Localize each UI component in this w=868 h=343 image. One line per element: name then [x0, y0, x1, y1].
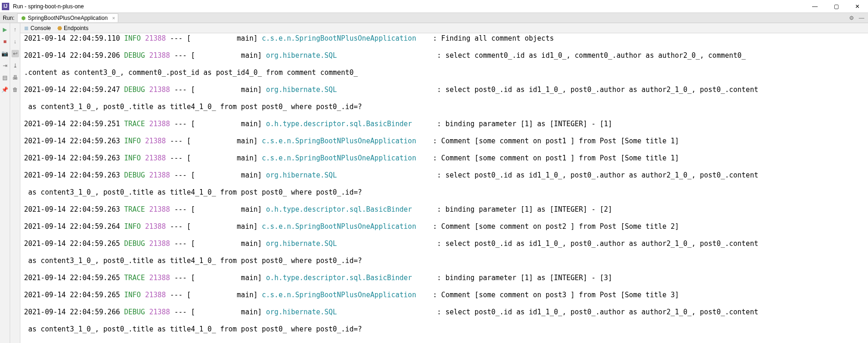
log-line: as content3_1_0_, post0_.title as title4…: [24, 188, 864, 197]
log-line: 2021-09-14 22:04:59.110 INFO 21388 --- […: [24, 34, 864, 43]
clear-icon[interactable]: 🗑: [12, 86, 19, 93]
spring-boot-icon: ⬢: [21, 15, 26, 21]
hide-toolwindow-icon[interactable]: —: [858, 14, 865, 22]
tab-endpoints[interactable]: ⬣ Endpoints: [57, 25, 88, 31]
soft-wrap-icon[interactable]: ↩: [12, 50, 19, 57]
log-line: 2021-09-14 22:04:59.266 DEBUG 21388 --- …: [24, 308, 864, 317]
log-line: 2021-09-14 22:04:59.247 DEBUG 21388 --- …: [24, 86, 864, 94]
camera-icon[interactable]: 📷: [1, 50, 9, 57]
log-line: as content3_1_0_, post0_.title as title4…: [24, 257, 864, 265]
log-line: 2021-09-14 22:04:59.206 DEBUG 21388 --- …: [24, 51, 864, 60]
maximize-button[interactable]: ▢: [826, 0, 847, 13]
log-line: 2021-09-14 22:04:59.264 INFO 21388 --- […: [24, 222, 864, 231]
exit-icon[interactable]: ⇥: [1, 62, 9, 69]
window-title: Run - spring-boot-n-plus-one: [13, 3, 84, 10]
run-actions-gutter: ▶ ■ 📷 ⇥ ▤ 📌: [0, 23, 10, 343]
close-button[interactable]: ✕: [847, 0, 868, 13]
log-line: 2021-09-14 22:04:59.263 INFO 21388 --- […: [24, 154, 864, 163]
console-subtabs: ≣ Console ⬣ Endpoints: [20, 23, 868, 33]
console-tab-icon: ≣: [24, 25, 29, 31]
log-line: as content3_1_0_, post0_.title as title4…: [24, 103, 864, 111]
run-toolwindow-header: Run: ⬢ SpringBootNPlusOneApplication × ⚙…: [0, 13, 868, 23]
run-config-tab-label: SpringBootNPlusOneApplication: [28, 15, 108, 21]
log-line: 2021-09-14 22:04:59.265 TRACE 21388 --- …: [24, 274, 864, 282]
pin-icon[interactable]: 📌: [1, 86, 9, 93]
arrow-down-icon[interactable]: ↓: [12, 38, 19, 45]
scroll-to-end-icon[interactable]: ⤓: [12, 62, 19, 69]
log-line: as content3_1_0_, post0_.title as title4…: [24, 325, 864, 334]
arrow-up-icon[interactable]: ↑: [12, 26, 19, 33]
log-line: 2021-09-14 22:04:59.265 DEBUG 21388 --- …: [24, 239, 864, 248]
tab-console-label: Console: [30, 25, 51, 31]
run-config-tab[interactable]: ⬢ SpringBootNPlusOneApplication ×: [17, 13, 118, 22]
tab-endpoints-label: Endpoints: [64, 25, 88, 31]
close-icon[interactable]: ×: [112, 15, 115, 21]
log-line: 2021-09-14 22:04:59.265 INFO 21388 --- […: [24, 291, 864, 300]
rerun-icon[interactable]: ▶: [1, 26, 9, 33]
log-line: 2021-09-14 22:04:59.251 TRACE 21388 --- …: [24, 120, 864, 129]
layout-icon[interactable]: ▤: [1, 74, 9, 81]
intellij-icon: IJ: [2, 3, 9, 10]
log-line: .content as content3_0_, comment0_.post_…: [24, 68, 864, 77]
endpoints-tab-icon: ⬣: [57, 25, 62, 31]
gear-icon[interactable]: ⚙: [848, 14, 855, 22]
minimize-button[interactable]: —: [804, 0, 826, 13]
stop-icon[interactable]: ■: [1, 38, 9, 45]
window-titlebar: IJ Run - spring-boot-n-plus-one — ▢ ✕: [0, 0, 868, 13]
console-actions-gutter: ↑ ↓ ↩ ⤓ 🖶 🗑: [10, 23, 20, 343]
tab-console[interactable]: ≣ Console: [24, 25, 51, 31]
window-controls: — ▢ ✕: [804, 0, 868, 13]
toolwindow-label: Run:: [3, 15, 14, 21]
console-output[interactable]: 2021-09-14 22:04:59.110 INFO 21388 --- […: [20, 33, 868, 343]
log-line: 2021-09-14 22:04:59.263 INFO 21388 --- […: [24, 137, 864, 146]
log-line: 2021-09-14 22:04:59.263 TRACE 21388 --- …: [24, 205, 864, 214]
print-icon[interactable]: 🖶: [12, 74, 19, 81]
log-line: 2021-09-14 22:04:59.263 DEBUG 21388 --- …: [24, 171, 864, 180]
